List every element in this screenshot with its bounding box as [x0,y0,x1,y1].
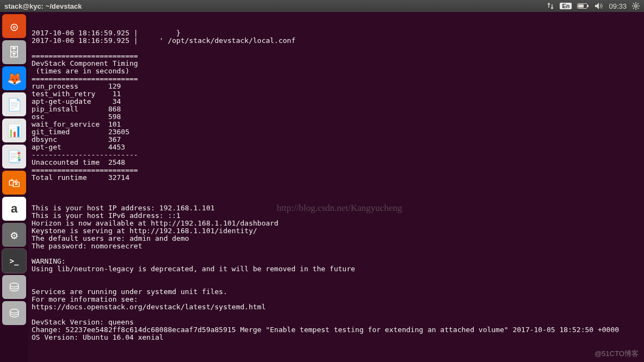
terminal-line: dbsync 367 [32,136,641,143]
terminal-line: ========================= [32,75,641,83]
terminal-line: DevStack Version: queens [32,319,641,326]
terminal-line: wait_for_service 101 [32,121,641,128]
terminal-line: ========================= [32,52,641,60]
terminal-line: osc 598 [32,113,641,121]
launcher-calc[interactable]: 📊 [2,118,26,142]
launcher-impress[interactable]: 📑 [2,145,26,168]
battery-icon[interactable] [577,3,589,9]
terminal-line: git_timed 23605 [32,128,641,136]
terminal-line: Services are running under systemd unit … [32,288,641,296]
terminal-line: This is your host IPv6 address: ::1 [32,212,641,220]
terminal-line: OS Version: Ubuntu 16.04 xenial [32,334,641,341]
terminal-line: The password: nomoresecret [32,242,641,250]
terminal-line: Change: 52237ee5482ff8c614dc68088ecaaf7d… [32,326,641,334]
terminal-line: Total runtime 32714 [32,174,641,182]
launcher: ◎🗄🦊📄📊📑🛍a⚙>_⛁⛁ [0,12,28,362]
terminal-line: test_with_retry 11 [32,90,641,98]
top-panel: stack@kyc: ~/devstack En 09:33 [0,0,644,12]
launcher-software[interactable]: 🛍 [2,171,26,195]
clock[interactable]: 09:33 [609,2,627,10]
terminal-line: (times are in seconds) [32,67,641,75]
launcher-disk1[interactable]: ⛁ [2,275,26,299]
window-title: stack@kyc: ~/devstack [4,2,82,10]
launcher-settings[interactable]: ⚙ [2,223,26,247]
launcher-firefox[interactable]: 🦊 [2,66,26,90]
terminal-line: apt-get-update 34 [32,98,641,105]
terminal-line: pip_install 868 [32,105,641,113]
svg-line-10 [633,8,634,9]
terminal-line: The default users are: admin and demo [32,235,641,242]
terminal-line [32,182,641,189]
svg-point-3 [635,5,637,7]
svg-line-8 [633,3,634,4]
terminal-line [32,341,641,349]
terminal-line [32,45,641,52]
terminal-line: This is your host IP address: 192.168.1.… [32,204,641,212]
gear-icon[interactable] [632,2,640,10]
terminal-line [32,273,641,280]
terminal-line: For more information see: [32,296,641,303]
volume-icon[interactable] [595,2,603,10]
terminal[interactable]: 2017-10-06 18:16:59.925 | }2017-10-06 18… [28,12,644,362]
terminal-line: run_process 129 [32,83,641,90]
terminal-line: WARNING: [32,258,641,265]
language-indicator[interactable]: En [560,3,572,9]
launcher-files[interactable]: 🗄 [2,40,26,64]
terminal-line: Unaccounted time 2548 [32,159,641,166]
terminal-line: https://docs.openstack.org/devstack/late… [32,303,641,311]
terminal-line: Keystone is serving at http://192.168.1.… [32,227,641,235]
terminal-line [32,311,641,319]
terminal-line: Using lib/neutron-legacy is deprecated, … [32,265,641,273]
svg-rect-2 [578,4,584,8]
terminal-line: ------------------------- [32,151,641,159]
terminal-line [32,280,641,288]
terminal-line [32,189,641,197]
terminal-line: 2017-10-06 18:16:59.925 | } [32,29,641,37]
terminal-line: apt-get 4453 [32,143,641,151]
terminal-line [32,197,641,204]
terminal-line: DevStack Component Timing [32,60,641,67]
launcher-amazon[interactable]: a [2,197,26,221]
launcher-writer[interactable]: 📄 [2,92,26,116]
launcher-dash[interactable]: ◎ [2,14,26,38]
terminal-line: Horizon is now available at http://192.1… [32,220,641,227]
terminal-line: ========================= [32,166,641,174]
svg-line-11 [637,3,639,4]
launcher-disk2[interactable]: ⛁ [2,301,26,325]
svg-line-9 [637,8,639,9]
launcher-terminal[interactable]: >_ [2,249,26,273]
network-updown-icon[interactable] [547,2,554,10]
terminal-line [32,250,641,258]
svg-rect-1 [587,5,589,7]
terminal-line: 2017-10-06 18:16:59.925 | ' /opt/stack/d… [32,37,641,45]
